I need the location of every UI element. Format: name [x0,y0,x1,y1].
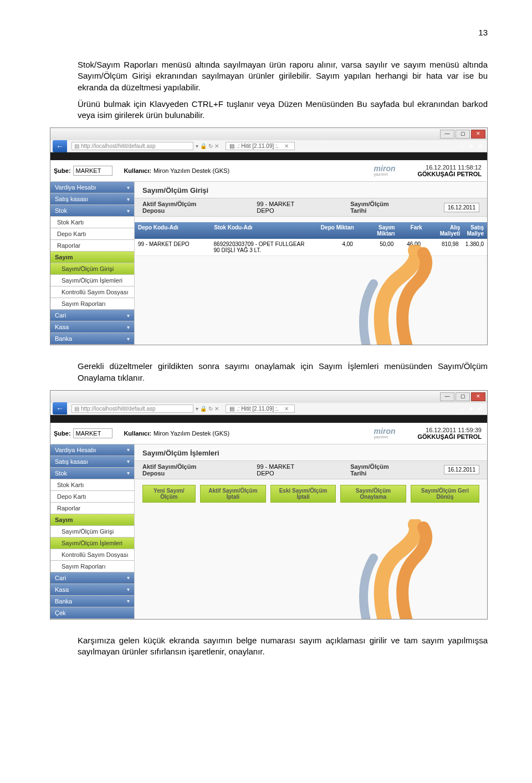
url-text: http://localhost/hitit/default.asp [81,406,156,412]
action-button-aktif-say-m-l-m-i-ptali[interactable]: Aktif Sayım/Ölçüm İptali [200,485,266,503]
sube-select[interactable]: MARKET [73,428,113,438]
gear-icon[interactable]: ✿ [478,143,483,149]
sidebar-item-çek[interactable]: Çek [50,607,134,619]
chevron-down-icon: ▾ [127,575,130,581]
tab-close-icon[interactable]: ✕ [284,143,289,149]
gear-icon[interactable]: ✿ [478,406,483,412]
refresh-icon[interactable]: ↻ [208,406,213,412]
sidebar: Vardiya Hesabı▾Satış kasası▾Stok▾Stok Ka… [50,444,135,619]
header-company: GÖKKUŞAĞI PETROL [417,433,482,440]
action-button-eski-say-m-l-m-i-ptali[interactable]: Eski Sayım/Ölçüm İptali [270,485,336,503]
sidebar-item-label: Banka [55,598,72,605]
sidebar-item-raporlar[interactable]: Raporlar [50,503,134,514]
sidebar-item-label: Sayım/Ölçüm İşlemleri [62,277,122,284]
sidebar-item-say-m-l-m-i-lemleri[interactable]: Sayım/Ölçüm İşlemleri [50,275,134,286]
home-icon[interactable]: ⌂ [461,406,464,412]
logo-sub: yazılım [374,435,396,439]
browser-nav-row: ← ▤http://localhost/hitit/default.asp ▾🔒… [50,403,487,415]
browser-tab[interactable]: ▤.: Hitit [2.11.09] :.✕ [226,405,295,413]
close-button[interactable]: ✕ [471,392,485,401]
sidebar-item-stok-kart-[interactable]: Stok Kartı [50,479,134,491]
minimize-button[interactable]: — [440,392,454,401]
stop-icon[interactable]: ✕ [214,406,219,412]
browser-tab[interactable]: ▤.: Hitit [2.11.09] :.✕ [226,142,295,150]
col-header[interactable]: Stok Kodu-Adı [211,222,314,239]
sidebar-item-sat-kasas-[interactable]: Satış kasası▾ [50,193,134,205]
chevron-down-icon: ▾ [127,196,130,202]
logo: miron yazılım [374,427,396,439]
sidebar-item-raporlar[interactable]: Raporlar [50,240,134,252]
star-icon[interactable]: ★ [469,143,474,149]
stop-icon[interactable]: ✕ [214,143,219,149]
col-header[interactable]: Satış Maliye [463,222,487,239]
data-table: Depo Kodu-Adı Stok Kodu-Adı Depo Miktarı… [135,222,487,256]
chevron-down-icon: ▾ [127,208,130,214]
minimize-button[interactable]: — [440,130,454,139]
sidebar-item-label: Banka [55,335,72,342]
user-label: Kullanıcı: [124,167,151,174]
sidebar-item-say-m-l-m-i-lemleri[interactable]: Sayım/Ölçüm İşlemleri [50,538,134,549]
col-header[interactable]: Depo Miktarı [314,222,357,239]
table-row[interactable]: 99 - MARKET DEPO 8692920303709 - OPET FU… [135,239,487,256]
sidebar-item-say-m[interactable]: Sayım [50,514,134,526]
sidebar-item-label: Sayım [55,254,73,260]
sidebar-item-depo-kart-[interactable]: Depo Kartı [50,491,134,503]
sidebar-item-label: Depo Kartı [57,231,86,237]
sidebar-item-kontroll-say-m-dosyas-[interactable]: Kontrollü Sayım Dosyası [50,549,134,561]
chevron-down-icon: ▾ [127,586,130,592]
star-icon[interactable]: ★ [469,406,474,412]
sidebar-item-kasa[interactable]: Kasa▾ [50,584,134,596]
date-label: Sayım/Ölçüm Tarihi [350,463,405,477]
sidebar-item-kontroll-say-m-dosyas-[interactable]: Kontrollü Sayım Dosyası [50,286,134,298]
sidebar-item-banka[interactable]: Banka▾ [50,596,134,607]
col-header[interactable]: Alış Maliyeti [426,222,464,239]
sube-label: Şube: [54,430,71,437]
sidebar-item-kasa[interactable]: Kasa▾ [50,321,134,333]
sidebar-item-vardiya-hesab-[interactable]: Vardiya Hesabı▾ [50,444,134,456]
dropdown-icon[interactable]: ▾ [196,143,198,149]
maximize-button[interactable]: ▢ [456,392,470,401]
back-button[interactable]: ← [53,402,67,414]
home-icon[interactable]: ⌂ [461,143,464,149]
close-button[interactable]: ✕ [471,130,485,139]
sidebar-item-cari[interactable]: Cari▾ [50,310,134,321]
sidebar-item-say-m-l-m-giri-i[interactable]: Sayım/Ölçüm Girişi [50,263,134,275]
sidebar-item-label: Depo Kartı [57,493,86,500]
action-button-say-m-l-m-onaylama[interactable]: Sayım/Ölçüm Onaylama [340,485,406,503]
cell: 1.380,0 [462,239,487,255]
refresh-icon[interactable]: ↻ [208,143,213,149]
sidebar-item-say-m-l-m-giri-i[interactable]: Sayım/Ölçüm Girişi [50,526,134,538]
sidebar-item-say-m[interactable]: Sayım [50,252,134,263]
lock-icon: 🔒 [200,406,207,412]
sidebar-item-depo-kart-[interactable]: Depo Kartı [50,228,134,240]
sidebar-item-stok[interactable]: Stok▾ [50,205,134,217]
url-box[interactable]: ▤http://localhost/hitit/default.asp [71,405,193,413]
sidebar-item-cari[interactable]: Cari▾ [50,572,134,584]
sidebar-item-say-m-raporlar-[interactable]: Sayım Raporları [50,298,134,310]
chevron-down-icon: ▾ [127,324,130,330]
date-input[interactable]: 16.12.2011 [444,203,479,212]
sidebar-item-banka[interactable]: Banka▾ [50,333,134,345]
url-box[interactable]: ▤http://localhost/hitit/default.asp [71,142,193,150]
logo-text: miron [374,165,396,172]
user-value: Miron Yazılım Destek (GKS) [154,167,229,174]
sidebar-item-stok[interactable]: Stok▾ [50,468,134,479]
dropdown-icon[interactable]: ▾ [196,406,198,412]
sube-select[interactable]: MARKET [73,166,113,176]
action-button-yeni-say-m-l-m[interactable]: Yeni Sayım/Ölçüm [142,485,196,503]
col-header[interactable]: Depo Kodu-Adı [135,222,211,239]
sidebar-item-say-m-raporlar-[interactable]: Sayım Raporları [50,561,134,572]
maximize-button[interactable]: ▢ [456,130,470,139]
back-button[interactable]: ← [53,140,67,152]
sidebar-item-sat-kasas-[interactable]: Satış kasası▾ [50,456,134,468]
col-header[interactable]: Fark [398,222,426,239]
cell: 46,00 [397,239,424,255]
tab-close-icon[interactable]: ✕ [284,406,289,412]
sidebar-item-stok-kart-[interactable]: Stok Kartı [50,217,134,228]
date-input[interactable]: 16.12.2011 [444,465,479,474]
col-header[interactable]: Sayım Miktarı [357,222,398,239]
screen-title: Sayım/Ölçüm Girişi [142,186,487,195]
sidebar-item-vardiya-hesab-[interactable]: Vardiya Hesabı▾ [50,182,134,193]
action-button-say-m-l-m-geri-d-n-[interactable]: Sayım/Ölçüm Geri Dönüş [411,485,479,503]
sidebar-item-label: Vardiya Hesabı [55,447,96,453]
